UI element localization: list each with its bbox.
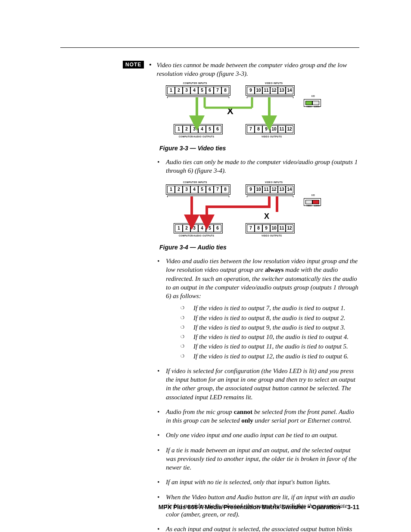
figure-3-3-diagram: COMPUTER INPUTS VIDEO INPUTS 12345678 91… [166, 82, 347, 142]
bullet-1: Audio ties can only be made to the compu… [157, 158, 359, 175]
figure-3-4-caption: Figure 3-4 — Audio ties [159, 244, 359, 251]
footer-page-number: 3-11 [347, 504, 359, 510]
list-item: If the video is tied to output 12, the a… [181, 352, 359, 361]
footer-text: MPX Plus 866 A Media Presentation Matrix… [159, 504, 340, 510]
bullet-9: As each input and output is selected, th… [157, 525, 359, 532]
bullet-2: Video and audio ties between the low res… [157, 257, 359, 361]
page-footer: MPX Plus 866 A Media Presentation Matrix… [159, 504, 359, 510]
bullet-4: Audio from the mic group cannot be selec… [157, 408, 359, 425]
top-rule [60, 47, 359, 48]
list-item: If the video is tied to output 8, the au… [181, 314, 359, 322]
figure-3-4-diagram: COMPUTER INPUTS VIDEO INPUTS 12345678 91… [166, 181, 347, 241]
note-badge: NOTE [123, 61, 144, 68]
bullet-3: If video is selected for configuration (… [157, 367, 359, 401]
note-text-0: Video ties cannot be made between the co… [157, 61, 359, 78]
bullet-6: If a tie is made between an input and an… [157, 446, 359, 472]
video-ties-arrows [166, 82, 347, 142]
bullet-7: If an input with no tie is selected, onl… [157, 478, 359, 486]
bullet-marker: • [149, 61, 151, 68]
list-item: If the video is tied to output 7, the au… [181, 304, 359, 312]
list-item: If the video is tied to output 9, the au… [181, 323, 359, 332]
sub-list: If the video is tied to output 7, the au… [181, 304, 359, 361]
audio-ties-arrows [166, 181, 347, 241]
list-item: If the video is tied to output 11, the a… [181, 342, 359, 351]
bullet-5: Only one video input and one audio input… [157, 431, 359, 439]
list-item: If the video is tied to output 10, the a… [181, 333, 359, 341]
figure-3-3-caption: Figure 3-3 — Video ties [159, 145, 359, 152]
